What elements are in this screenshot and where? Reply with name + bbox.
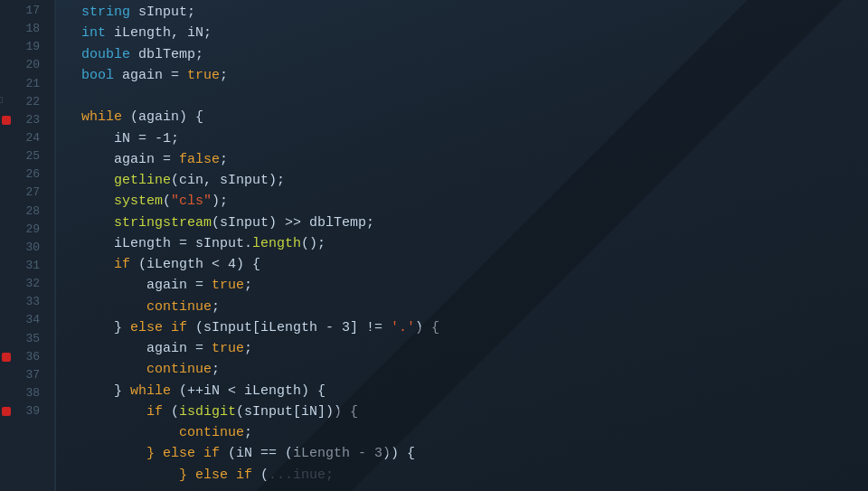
code-line-18: int iLength, iN; [81, 23, 850, 43]
line-number-39: 39 [0, 402, 45, 420]
code-line-37: continue; [81, 422, 850, 443]
line-number-27: 27 [0, 184, 45, 202]
line-number-29: 29 [0, 221, 45, 239]
line-number-28: 28 [0, 203, 45, 221]
line-number-37: 37 [0, 366, 45, 384]
code-line-29: if (iLength < 4) { [81, 254, 850, 275]
line-number-38: 38 [0, 384, 45, 402]
code-line-25: getline(cin, sInput); [81, 170, 850, 191]
code-editor: 1718192021222324252627282930313233343536… [0, 0, 868, 491]
line-number-35: 35 [0, 330, 45, 348]
line-number-36: 36 [0, 348, 45, 366]
line-number-19: 19 [0, 38, 45, 56]
code-line-31: continue; [81, 297, 850, 317]
line-number-20: 20 [0, 56, 45, 74]
code-line-22: while (again) { [81, 107, 850, 127]
code-line-26: system("cls"); [81, 191, 850, 212]
code-content: string sInput;int iLength, iN;double dbl… [56, 0, 868, 491]
line-number-18: 18 [0, 20, 45, 38]
code-line-35: } while (++iN < iLength) { [81, 381, 850, 401]
code-line-30: again = true; [81, 275, 850, 296]
code-line-23: iN = -1; [81, 128, 850, 149]
line-number-34: 34 [0, 311, 45, 329]
line-number-26: 26 [0, 165, 45, 184]
line-number-24: 24 [0, 129, 45, 147]
line-number-31: 31 [0, 257, 45, 275]
code-line-20: bool again = true; [81, 65, 850, 86]
code-line-38: } else if (iN == (iLength - 3)) { [81, 443, 850, 464]
code-line-21 [81, 86, 850, 107]
line-number-22: 22 [0, 93, 45, 111]
code-line-24: again = false; [81, 149, 850, 170]
code-line-27: stringstream(sInput) >> dblTemp; [81, 212, 850, 233]
code-line-36: if (isdigit(sInput[iN])) { [81, 401, 850, 422]
code-line-28: iLength = sInput.length(); [81, 233, 850, 254]
line-numbers: 1718192021222324252627282930313233343536… [0, 0, 56, 491]
code-line-19: double dblTemp; [81, 44, 850, 65]
line-number-25: 25 [0, 147, 45, 165]
line-number-17: 17 [0, 2, 45, 20]
line-number-33: 33 [0, 293, 45, 311]
line-number-23: 23 [0, 111, 45, 129]
line-number-32: 32 [0, 275, 45, 293]
line-number-30: 30 [0, 239, 45, 257]
line-number-21: 21 [0, 75, 45, 93]
code-line-34: continue; [81, 359, 850, 380]
code-line-33: again = true; [81, 338, 850, 359]
code-line-32: } else if (sInput[iLength - 3] != '.') { [81, 317, 850, 338]
code-line-39: } else if (...inue; [81, 465, 850, 486]
code-line-17: string sInput; [81, 2, 850, 23]
